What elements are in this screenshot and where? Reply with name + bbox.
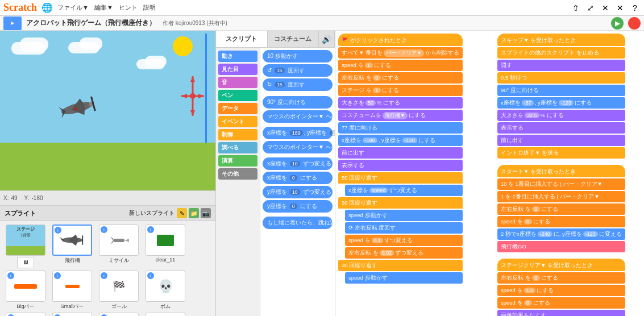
- block-change-x[interactable]: x座標を 10 ずつ変える: [263, 157, 333, 170]
- ws-block-broadcast-intro[interactable]: イントロ終了▼ を送る: [497, 147, 625, 159]
- sprite-item-start[interactable]: i START スタート: [3, 313, 48, 316]
- category-sense[interactable]: 調べる: [218, 142, 257, 153]
- ws-block-hide[interactable]: 隠す: [497, 60, 625, 71]
- category-sound[interactable]: 音: [218, 77, 257, 88]
- ws-block-set-lr[interactable]: 左右反転 を 0 にする: [338, 72, 463, 84]
- block-move-10[interactable]: 10 歩動かす: [263, 50, 333, 63]
- block-set-x[interactable]: x座標を 0 にする: [263, 172, 333, 184]
- airplane-sprite[interactable]: ★: [54, 88, 106, 128]
- block-turn-ccw[interactable]: ↻ 15 度回す: [263, 78, 333, 91]
- tab-costumes[interactable]: コスチューム: [268, 31, 319, 47]
- ws-block-insert1[interactable]: 1 を 2番目に挿入する ( バー・クリア▼: [497, 191, 625, 202]
- sprite-info-icon[interactable]: i: [55, 227, 61, 234]
- ws-block-gofront2[interactable]: 前に出す: [497, 135, 625, 146]
- camera-sprite-icon[interactable]: 📷: [201, 208, 211, 218]
- stage-thumbnail[interactable]: ステージ 1背景 🖼: [3, 224, 48, 268]
- category-look[interactable]: 見た目: [218, 64, 257, 75]
- ws-block-dir90[interactable]: 90° 度に向ける: [497, 85, 625, 96]
- ws-block-size[interactable]: 大きさを 50 % にする: [338, 97, 463, 109]
- ws-block-size325[interactable]: 大きさを 32.5 % にする: [497, 110, 625, 121]
- sprite-info-icon-missile[interactable]: i: [101, 226, 107, 233]
- ws-block-clear-effects[interactable]: 画像効果をなくす: [497, 310, 625, 316]
- paint-sprite-icon[interactable]: ✎: [177, 208, 187, 218]
- script-area[interactable]: 🚩 がクリックされたとき すべて▼ 番目を バー・クリア▼ から削除する spe…: [335, 31, 644, 316]
- ws-block-insert10[interactable]: 10 を 1番目に挿入する ( バー・クリア▼: [497, 178, 625, 190]
- block-point-dir[interactable]: 90° 度に向ける: [263, 96, 333, 109]
- ws-block-set-lr2[interactable]: 左右反転 を 0 にする: [497, 203, 625, 215]
- ws-block-set-stage[interactable]: ステージ を 1 にする: [338, 85, 463, 96]
- stop-button[interactable]: [628, 17, 641, 30]
- category-move[interactable]: 動き: [218, 51, 257, 62]
- ws-block-chg-speed[interactable]: speed を 0.1 ずつ変える: [345, 235, 463, 246]
- sprite-item-airplane[interactable]: i 飛行機: [50, 224, 94, 268]
- category-more[interactable]: その他: [218, 168, 257, 180]
- block-set-y[interactable]: y座標を 0 にする: [263, 200, 333, 213]
- grow-icon[interactable]: ✕: [614, 2, 626, 14]
- sprite-item-gameclear[interactable]: i GAME CLEAR ゲーム...: [97, 313, 141, 316]
- help-icon[interactable]: ?: [629, 2, 641, 14]
- sprite-item-skip[interactable]: i SKIP スキップ: [50, 313, 94, 316]
- ws-block-skip-hat[interactable]: スキップ▼ を受け取ったとき: [497, 34, 625, 46]
- sprite-info-icon-clear11[interactable]: i: [147, 226, 154, 233]
- ws-block-set-speed15[interactable]: speed を 1.5 にする: [497, 285, 625, 296]
- ws-block-show[interactable]: 表示する: [338, 160, 463, 171]
- block-bounce[interactable]: もし端に着いたら、跳ね返る: [263, 217, 333, 229]
- fullscreen-icon[interactable]: ⤢: [585, 2, 596, 14]
- block-turn-cw[interactable]: ↺ 15 度回す: [263, 64, 333, 77]
- ws-block-turn-lr[interactable]: ⟳ 左右反転 度回す: [345, 222, 463, 234]
- ws-block-stop-other[interactable]: スプライトの他のスクリプト を止める: [497, 47, 625, 59]
- sprite-item-smallbar[interactable]: i Smallバー: [50, 271, 94, 310]
- block-change-y[interactable]: y座標を 10 ずつ変える: [263, 186, 333, 198]
- menu-edit[interactable]: 編集▼: [94, 3, 113, 12]
- ws-block-repeat50[interactable]: 50 回繰り返す: [338, 172, 463, 184]
- ws-block-set-speed0[interactable]: speed を 0 にする: [497, 216, 625, 227]
- ws-block-set-speed[interactable]: speed を 1 にする: [338, 60, 463, 71]
- sprite-item-clear11[interactable]: i clear_11: [143, 224, 188, 268]
- ws-block-start-hat[interactable]: スタート▼ を受け取ったとき: [497, 165, 625, 177]
- category-data[interactable]: データ: [218, 103, 257, 114]
- block-point-toward[interactable]: マウスのポインター▼ へ向ける: [263, 110, 333, 123]
- tab-scripts[interactable]: スクリプト: [216, 31, 268, 47]
- ws-block-repeat30[interactable]: 30 回繰り返す: [338, 197, 463, 209]
- sprite-item-bomb[interactable]: i 💀 ボム: [143, 271, 188, 310]
- menu-about[interactable]: 説明: [143, 3, 156, 12]
- shrink-icon[interactable]: ✕: [600, 2, 611, 14]
- sprite-item-gameover[interactable]: GAME OVER ゲームオ...: [143, 313, 188, 316]
- ws-block-glide[interactable]: 2 秒でx座標を -240 に, y座標を -123 に変える: [497, 228, 625, 240]
- block-goto[interactable]: マウスのポインター▼ へ行く: [263, 141, 333, 153]
- ws-block-stageclear-hat[interactable]: ステージクリア▼ を受け取ったとき: [497, 259, 625, 271]
- ws-block-go-front[interactable]: 前に出す: [338, 147, 463, 159]
- ws-block-clear-list[interactable]: すべて▼ 番目を バー・クリア▼ から削除する: [338, 47, 463, 59]
- sprite-item-goal[interactable]: i 🏁 ゴール: [97, 271, 141, 310]
- ws-block-goto-xy2[interactable]: x座標を -57, y座標を -123 にする: [497, 97, 625, 109]
- ws-block-goto-xy[interactable]: x座標を -180, y座標を -128 にする: [338, 135, 463, 146]
- tab-sounds[interactable]: 🔊: [319, 31, 335, 47]
- ws-block-call-go[interactable]: 飛行機GO: [497, 241, 625, 252]
- sprite-info-icon-bomb[interactable]: i: [147, 272, 154, 279]
- category-control[interactable]: 制御: [218, 129, 257, 140]
- green-flag-button[interactable]: ▶: [611, 17, 624, 30]
- menu-file[interactable]: ファイル▼: [57, 3, 89, 12]
- ws-block-show2[interactable]: 表示する: [497, 122, 625, 134]
- ws-block-chg-lr[interactable]: 左右反転 を 0.02 ずつ変える: [345, 247, 463, 259]
- sprite-item-missile[interactable]: i ミサイル: [97, 224, 141, 268]
- sprite-item-bigbar[interactable]: i Bigバー: [3, 271, 48, 310]
- sprite-info-icon-goal[interactable]: i: [101, 272, 107, 279]
- ws-block-move-speed2[interactable]: speed 歩動かす: [345, 272, 463, 284]
- category-math[interactable]: 演算: [218, 155, 257, 167]
- ws-block-wait05[interactable]: 0.5 秒待つ: [497, 72, 625, 84]
- globe-icon[interactable]: 🌐: [41, 2, 53, 13]
- category-pen[interactable]: ペン: [218, 90, 257, 101]
- ws-block-set-speed02[interactable]: speed を 0 にする: [497, 297, 625, 309]
- add-sprite-icon[interactable]: ⇧: [570, 2, 581, 14]
- ws-block-change-x-speed[interactable]: x座標を speed ずつ変える: [345, 185, 463, 196]
- new-backdrop-icon[interactable]: 🖼: [17, 257, 34, 268]
- menu-hints[interactable]: ヒント: [119, 3, 138, 12]
- stage-canvas[interactable]: ★: [0, 31, 215, 190]
- category-event[interactable]: イベント: [218, 116, 257, 127]
- ws-block-costume[interactable]: コスチュームを 飛行機▼ にする: [338, 110, 463, 121]
- ws-block-greenflag[interactable]: 🚩 がクリックされたとき: [338, 34, 463, 46]
- sprite-info-icon-smallbar[interactable]: i: [54, 272, 61, 279]
- ws-block-set-lr3[interactable]: 左右反転 を 0 にする: [497, 272, 625, 284]
- block-goto-xy[interactable]: x座標を 189, y座標を 217 にする: [263, 127, 333, 139]
